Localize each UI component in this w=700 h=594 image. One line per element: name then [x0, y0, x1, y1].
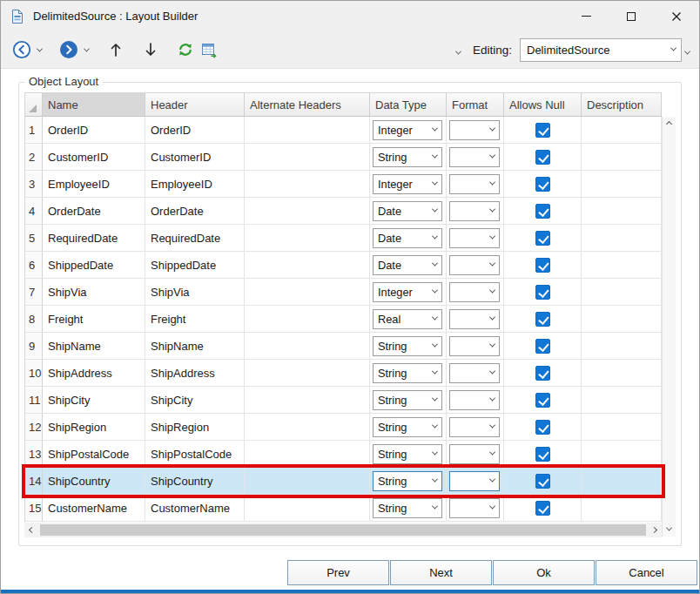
cell-header[interactable]: OrderDate: [145, 198, 245, 225]
grid-row-ShipVia[interactable]: 7ShipViaShipViaInteger: [25, 279, 662, 306]
format-combo[interactable]: [449, 201, 500, 221]
data-type-combo[interactable]: String: [373, 147, 442, 167]
cell-alternate-headers[interactable]: [245, 171, 370, 198]
scroll-right-button[interactable]: [647, 523, 662, 537]
column-header-header[interactable]: Header: [145, 93, 245, 117]
cell-name[interactable]: RequiredDate: [43, 225, 145, 252]
cell-alternate-headers[interactable]: [245, 225, 370, 252]
cell-name[interactable]: ShipRegion: [43, 414, 145, 441]
format-combo[interactable]: [449, 228, 500, 248]
cell-name[interactable]: OrderDate: [43, 198, 145, 225]
grid-row-ShipCountry[interactable]: 14ShipCountryShipCountryString: [25, 468, 662, 495]
next-button[interactable]: Next: [390, 560, 492, 585]
column-header-data-type[interactable]: Data Type: [370, 93, 447, 117]
vertical-scrollbar-track[interactable]: [663, 132, 676, 522]
data-type-combo[interactable]: Date: [373, 255, 442, 275]
cell-name[interactable]: ShipVia: [43, 279, 145, 306]
cell-name[interactable]: ShipPostalCode: [43, 441, 145, 468]
data-type-combo[interactable]: String: [373, 336, 442, 356]
format-combo[interactable]: [449, 174, 500, 194]
cell-description[interactable]: [582, 279, 662, 306]
allows-null-checkbox[interactable]: [535, 393, 550, 408]
cell-name[interactable]: CustomerName: [43, 495, 145, 522]
cell-description[interactable]: [582, 198, 662, 225]
cell-description[interactable]: [582, 414, 662, 441]
cell-name[interactable]: CustomerID: [43, 144, 145, 171]
cell-alternate-headers[interactable]: [245, 117, 370, 144]
grid-row-CustomerName[interactable]: 15CustomerNameCustomerNameString: [25, 495, 662, 522]
cancel-button[interactable]: Cancel: [596, 560, 697, 585]
column-header-description[interactable]: Description: [582, 93, 662, 117]
data-type-combo[interactable]: String: [373, 417, 442, 437]
grid-row-EmployeeID[interactable]: 3EmployeeIDEmployeeIDInteger: [25, 171, 662, 198]
cell-header[interactable]: ShipCity: [145, 387, 245, 414]
cell-description[interactable]: [582, 252, 662, 279]
toolbar-overflow-icon-right[interactable]: [682, 42, 692, 57]
forward-history-dropdown[interactable]: [80, 37, 92, 63]
cell-header[interactable]: ShippedDate: [145, 252, 245, 279]
column-header-name[interactable]: Name: [43, 93, 145, 117]
move-down-button[interactable]: [138, 37, 162, 63]
cell-description[interactable]: [582, 441, 662, 468]
format-combo[interactable]: [449, 417, 500, 437]
cell-header[interactable]: ShipPostalCode: [145, 441, 245, 468]
allows-null-checkbox[interactable]: [535, 231, 550, 246]
back-button[interactable]: [10, 37, 33, 63]
cell-header[interactable]: ShipName: [145, 333, 245, 360]
grid-corner-cell[interactable]: [25, 93, 43, 117]
cell-alternate-headers[interactable]: [245, 333, 370, 360]
cell-alternate-headers[interactable]: [245, 441, 370, 468]
forward-button[interactable]: [57, 37, 80, 63]
data-type-combo[interactable]: String: [373, 498, 442, 518]
cell-name[interactable]: ShipCountry: [43, 468, 145, 495]
scroll-down-button[interactable]: [663, 522, 676, 537]
cell-header[interactable]: Freight: [145, 306, 245, 333]
cell-description[interactable]: [582, 495, 662, 522]
data-type-combo[interactable]: Integer: [373, 282, 442, 302]
cell-name[interactable]: ShipCity: [43, 387, 145, 414]
data-type-combo[interactable]: String: [373, 390, 442, 410]
allows-null-checkbox[interactable]: [535, 150, 550, 165]
cell-description[interactable]: [582, 117, 662, 144]
allows-null-checkbox[interactable]: [535, 420, 550, 435]
format-combo[interactable]: [449, 363, 500, 383]
cell-alternate-headers[interactable]: [245, 198, 370, 225]
cell-header[interactable]: ShipCountry: [145, 468, 245, 495]
allows-null-checkbox[interactable]: [535, 204, 550, 219]
data-type-combo[interactable]: String: [373, 363, 442, 383]
data-type-combo[interactable]: Real: [373, 309, 442, 329]
grid-row-OrderID[interactable]: 1OrderIDOrderIDInteger: [25, 117, 662, 144]
prev-button[interactable]: Prev: [287, 560, 389, 585]
cell-name[interactable]: EmployeeID: [43, 171, 145, 198]
data-type-combo[interactable]: Date: [373, 201, 442, 221]
refresh-button[interactable]: [173, 37, 197, 63]
format-combo[interactable]: [449, 120, 500, 140]
column-header-format[interactable]: Format: [447, 93, 504, 117]
grid-row-ShippedDate[interactable]: 6ShippedDateShippedDateDate: [25, 252, 662, 279]
format-combo[interactable]: [449, 471, 500, 491]
minimize-button[interactable]: [563, 1, 609, 31]
cell-description[interactable]: [582, 333, 662, 360]
cell-description[interactable]: [582, 387, 662, 414]
maximize-button[interactable]: [609, 1, 654, 31]
allows-null-checkbox[interactable]: [535, 447, 550, 462]
cell-name[interactable]: ShippedDate: [43, 252, 145, 279]
editing-combo[interactable]: DelimitedSource: [520, 38, 682, 62]
format-combo[interactable]: [449, 309, 500, 329]
format-combo[interactable]: [449, 255, 500, 275]
allows-null-checkbox[interactable]: [535, 285, 550, 300]
data-type-combo[interactable]: String: [373, 471, 442, 491]
cell-alternate-headers[interactable]: [245, 360, 370, 387]
grid-row-CustomerID[interactable]: 2CustomerIDCustomerIDString: [25, 144, 662, 171]
cell-description[interactable]: [582, 306, 662, 333]
cell-alternate-headers[interactable]: [245, 279, 370, 306]
cell-header[interactable]: CustomerID: [145, 144, 245, 171]
grid-row-RequiredDate[interactable]: 5RequiredDateRequiredDateDate: [25, 225, 662, 252]
cell-header[interactable]: ShipRegion: [145, 414, 245, 441]
format-combo[interactable]: [449, 282, 500, 302]
grid-row-ShipPostalCode[interactable]: 13ShipPostalCodeShipPostalCodeString: [25, 441, 662, 468]
cell-alternate-headers[interactable]: [245, 414, 370, 441]
move-up-button[interactable]: [104, 37, 127, 63]
cell-alternate-headers[interactable]: [245, 144, 370, 171]
format-combo[interactable]: [449, 336, 500, 356]
